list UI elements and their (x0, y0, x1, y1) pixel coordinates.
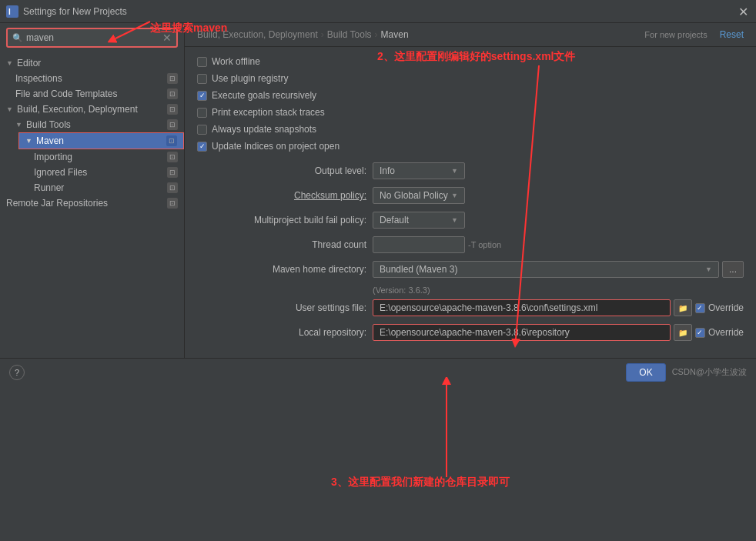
badge-file-code: ⊡ (167, 88, 178, 99)
reset-button[interactable]: Reset (720, 29, 744, 40)
checksum-policy-select[interactable]: No Global Policy ▼ (373, 187, 465, 204)
output-level-row: Output level: Info ▼ (197, 162, 744, 179)
breadcrumb-arrow-1: › (321, 29, 324, 40)
annotation-repo: 3、这里配置我们新建的仓库目录即可 (331, 476, 510, 489)
breadcrumb-current: Maven (381, 29, 409, 40)
close-icon[interactable]: ✕ (738, 5, 748, 19)
ok-button[interactable]: OK (626, 363, 665, 382)
print-exception-label[interactable]: Print exception stack traces (197, 107, 325, 118)
sidebar-item-ignored-files[interactable]: Ignored Files ⊡ (28, 165, 184, 180)
local-repo-input[interactable] (373, 324, 671, 341)
breadcrumb: Build, Execution, Deployment › Build Too… (185, 23, 756, 47)
help-button[interactable]: ? (9, 365, 25, 380)
option-print-exception: Print exception stack traces (197, 107, 744, 118)
local-repo-control: 📁 Override (373, 324, 744, 341)
user-settings-override[interactable]: Override (695, 302, 744, 313)
checksum-arrow-icon: ▼ (451, 192, 458, 199)
multiproject-arrow-icon: ▼ (451, 216, 458, 224)
plugin-registry-checkbox[interactable] (197, 74, 207, 84)
checksum-policy-control: No Global Policy ▼ (373, 187, 744, 204)
plugin-registry-label[interactable]: Use plugin registry (197, 73, 288, 84)
breadcrumb-arrow-2: › (375, 29, 378, 40)
user-settings-input[interactable] (373, 299, 671, 316)
collapse-arrow-tools-icon: ▼ (15, 121, 23, 129)
badge-ignored: ⊡ (167, 167, 178, 178)
user-settings-control: 📁 Override (373, 299, 744, 316)
sidebar-item-remote-jar[interactable]: Remote Jar Repositories ⊡ (0, 195, 184, 211)
user-settings-browse-icon[interactable]: 📁 (674, 299, 692, 316)
execute-goals-text: Execute goals recursively (212, 90, 316, 101)
sidebar-item-importing[interactable]: Importing ⊡ (28, 149, 184, 165)
option-execute-goals: Execute goals recursively (197, 90, 744, 101)
version-text: (Version: 3.6.3) (373, 286, 744, 295)
bottom-bar: ? OK CSDN@小学生波波 (0, 358, 756, 386)
work-offline-label[interactable]: Work offline (197, 56, 260, 67)
sidebar-item-runner[interactable]: Runner ⊡ (28, 180, 184, 195)
user-settings-override-checkbox[interactable] (695, 303, 705, 313)
execute-goals-checkbox[interactable] (197, 91, 207, 101)
sidebar-item-build-exec[interactable]: ▼ Build, Execution, Deployment ⊡ (0, 102, 184, 117)
svg-text:I: I (8, 8, 11, 16)
settings-panel: Work offline Use plugin registry Execute… (185, 47, 756, 358)
option-always-update: Always update snapshots (197, 124, 744, 135)
collapse-arrow-icon: ▼ (6, 59, 14, 67)
thread-count-control: -T option (373, 236, 744, 253)
print-exception-text: Print exception stack traces (212, 107, 325, 118)
update-indices-text: Update Indices on project open (212, 141, 340, 152)
option-update-indices: Update Indices on project open (197, 141, 744, 152)
thread-count-input[interactable] (373, 236, 465, 253)
clear-search-icon[interactable]: ✕ (162, 32, 172, 44)
update-indices-label[interactable]: Update Indices on project open (197, 141, 340, 152)
local-repo-override-checkbox[interactable] (695, 328, 705, 338)
user-settings-row: User settings file: 📁 Override (197, 299, 744, 316)
print-exception-checkbox[interactable] (197, 108, 207, 118)
badge-maven: ⊡ (166, 135, 177, 146)
output-level-select[interactable]: Info ▼ (373, 162, 465, 179)
always-update-checkbox[interactable] (197, 125, 207, 135)
work-offline-checkbox[interactable] (197, 57, 207, 67)
maven-home-label: Maven home directory: (197, 264, 366, 275)
badge-inspections: ⊡ (167, 73, 178, 84)
maven-home-arrow-icon: ▼ (705, 265, 712, 273)
sidebar-item-build-tools[interactable]: ▼ Build Tools ⊡ (9, 117, 184, 132)
window-title: Settings for New Projects (23, 6, 750, 17)
local-repo-file-row: 📁 (373, 324, 692, 341)
sidebar-item-maven[interactable]: ▼ Maven ⊡ (18, 132, 184, 149)
option-work-offline: Work offline (197, 56, 744, 67)
output-level-arrow-icon: ▼ (451, 167, 458, 175)
user-settings-file-row: 📁 (373, 299, 692, 316)
search-input[interactable] (26, 32, 159, 43)
option-plugin-registry: Use plugin registry (197, 73, 744, 84)
sidebar-item-inspections[interactable]: Inspections ⊡ (9, 71, 184, 86)
execute-goals-label[interactable]: Execute goals recursively (197, 90, 316, 101)
maven-home-select[interactable]: Bundled (Maven 3) ▼ (373, 261, 719, 278)
dialog-body: 🔍 ✕ ▼ Editor Inspections ⊡ File and Code… (0, 23, 756, 358)
maven-home-control: Bundled (Maven 3) ▼ ... (373, 261, 744, 278)
multiproject-select[interactable]: Default ▼ (373, 212, 465, 229)
always-update-text: Always update snapshots (212, 124, 316, 135)
sidebar-item-editor[interactable]: ▼ Editor (0, 55, 184, 71)
local-repo-override[interactable]: Override (695, 327, 744, 338)
output-level-control: Info ▼ (373, 162, 744, 179)
local-repo-label: Local repository: (197, 327, 366, 338)
t-option-text: -T option (468, 240, 501, 249)
local-repo-browse-icon[interactable]: 📁 (674, 324, 692, 341)
search-box[interactable]: 🔍 ✕ (6, 28, 178, 48)
update-indices-checkbox[interactable] (197, 142, 207, 152)
for-new-projects-label: For new projects (644, 30, 707, 39)
always-update-label[interactable]: Always update snapshots (197, 124, 316, 135)
sidebar-tree: ▼ Editor Inspections ⊡ File and Code Tem… (0, 52, 184, 214)
badge-remote-jar: ⊡ (167, 198, 178, 209)
watermark-text: CSDN@小学生波波 (672, 366, 747, 378)
breadcrumb-part-1: Build, Execution, Deployment (197, 29, 318, 40)
sidebar-item-file-code-templates[interactable]: File and Code Templates ⊡ (9, 86, 184, 102)
arrow-to-repo (423, 377, 485, 485)
multiproject-row: Multiproject build fail policy: Default … (197, 212, 744, 229)
badge-build-exec: ⊡ (167, 104, 178, 115)
badge-build-tools: ⊡ (167, 119, 178, 130)
maven-arrow-icon: ▼ (25, 137, 33, 145)
user-settings-label: User settings file: (197, 302, 366, 313)
maven-home-browse-button[interactable]: ... (722, 261, 744, 278)
content-panel: Build, Execution, Deployment › Build Too… (185, 23, 756, 358)
search-icon: 🔍 (12, 33, 23, 43)
